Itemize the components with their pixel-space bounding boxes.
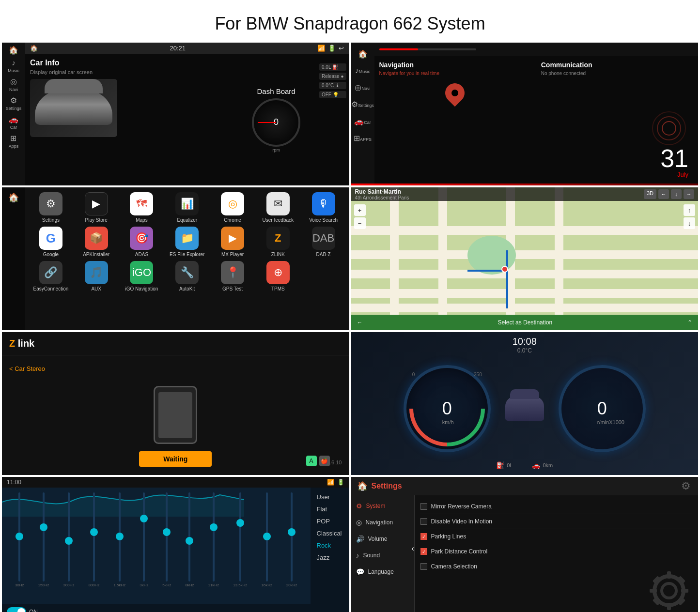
- collapse-arrow[interactable]: ‹: [412, 544, 414, 553]
- p2-car[interactable]: 🚗Car: [354, 117, 371, 126]
- toggle-switch[interactable]: [7, 607, 26, 612]
- app-playstore[interactable]: ▶Play Store: [76, 192, 117, 223]
- app-easyconn[interactable]: 🔗EasyConnection: [30, 261, 72, 291]
- eq-thumb-4[interactable]: [90, 528, 98, 536]
- eq-thumb-9[interactable]: [210, 523, 218, 531]
- btn-fwd-arrow[interactable]: →: [684, 189, 694, 199]
- app-settings[interactable]: ⚙Settings: [30, 192, 72, 223]
- eq-thumb-10[interactable]: [236, 519, 244, 527]
- app-aux[interactable]: 🎵AUX: [76, 261, 117, 291]
- menu-volume[interactable]: 🔊 Volume: [351, 531, 414, 547]
- app-maps[interactable]: 🗺Maps: [121, 192, 163, 223]
- app-google[interactable]: GGoogle: [30, 227, 72, 257]
- p2-home[interactable]: 🏠: [358, 49, 368, 59]
- p1-topbar: 🏠 20:21 📶🔋↩: [25, 43, 349, 54]
- sidebar-car[interactable]: 🚗Car: [9, 115, 18, 130]
- phone-frame: [154, 386, 197, 444]
- p2-music[interactable]: ♪Music: [355, 66, 371, 75]
- zlink-back-btn[interactable]: < Car Stereo: [2, 355, 349, 376]
- eq-label-9: 11kHz: [208, 583, 219, 587]
- btn-down-arrow[interactable]: ↓: [671, 189, 682, 199]
- settings-home-icon[interactable]: 🏠: [357, 481, 368, 491]
- sidebar-home[interactable]: 🏠: [9, 46, 18, 55]
- app-voice[interactable]: 🎙Voice Search: [303, 192, 344, 223]
- app-adas[interactable]: 🎯ADAS: [121, 227, 163, 257]
- sidebar-apps[interactable]: ⊞Apps: [9, 134, 19, 149]
- cb-park-distance[interactable]: ✓: [420, 548, 427, 555]
- back-btn[interactable]: ←: [357, 319, 363, 326]
- p2-apps[interactable]: ⊞APPS: [354, 134, 372, 143]
- menu-sound[interactable]: ♪ Sound: [351, 547, 414, 564]
- preset-flat[interactable]: Flat: [313, 504, 347, 515]
- eq-thumb-3[interactable]: [65, 537, 73, 545]
- map-zoom-controls: + −: [354, 204, 366, 229]
- read-release: Release ●: [319, 73, 346, 80]
- zoom-out-btn[interactable]: −: [354, 217, 366, 229]
- waiting-button[interactable]: Waiting: [139, 451, 212, 467]
- app-tpms[interactable]: ⊕TPMS: [257, 261, 299, 291]
- app-dab[interactable]: DABDAB-Z: [303, 227, 344, 257]
- speed-unit: km/h: [442, 419, 454, 425]
- sidebar-navi[interactable]: ◎Navi: [9, 77, 18, 92]
- map-down-btn[interactable]: ↓: [684, 217, 695, 229]
- panel-sound: 11:00 📶🔋 30Hz 150H: [2, 477, 349, 612]
- date-number: 31: [660, 146, 688, 171]
- app-files[interactable]: 📁ES File Explorer: [166, 227, 208, 257]
- rpm-display: 0 r/minX1000: [597, 398, 607, 419]
- preset-user[interactable]: User: [313, 491, 347, 503]
- eq-thumb-1[interactable]: [16, 533, 23, 540]
- eq-thumb-5[interactable]: [116, 533, 124, 540]
- sidebar-settings[interactable]: ⚙Settings: [6, 96, 22, 111]
- p7-topbar: 11:00 📶🔋: [2, 477, 349, 488]
- app-label-mxp: MX Player: [221, 252, 244, 257]
- cb-disable-video[interactable]: [420, 518, 427, 525]
- app-autokit[interactable]: 🔧AutoKit: [166, 261, 208, 291]
- svg-rect-4: [650, 589, 657, 593]
- menu-navigation[interactable]: ◎ Navigation: [351, 514, 414, 531]
- eq-thumb-8[interactable]: [186, 537, 193, 545]
- app-zlink[interactable]: ZZLINK: [257, 227, 299, 257]
- btn-3d[interactable]: 3D: [644, 189, 656, 199]
- preset-pop[interactable]: POP: [313, 516, 347, 527]
- menu-language[interactable]: 💬 Language: [351, 564, 414, 580]
- app-label-feedback: User feedback: [263, 217, 294, 223]
- preset-classical[interactable]: Classical: [313, 528, 347, 539]
- dash-readouts: 0.0L ⛽ Release ● 0.0°C 🌡 OFF 💡: [319, 63, 346, 98]
- menu-system[interactable]: ⚙ System: [351, 498, 414, 514]
- home-icon[interactable]: 🏠: [30, 45, 38, 52]
- btn-back-arrow[interactable]: ←: [658, 189, 669, 199]
- eq-thumb-6[interactable]: [140, 515, 148, 522]
- sidebar-music[interactable]: ♪Music: [8, 59, 19, 73]
- app-equalizer[interactable]: 📊Equalizer: [166, 192, 208, 223]
- eq-toggle[interactable]: ON: [7, 607, 38, 612]
- eq-thumb-12[interactable]: [288, 528, 296, 536]
- p3-home-icon[interactable]: 🏠: [8, 192, 19, 203]
- car-image: [30, 79, 117, 137]
- eq-thumb-11[interactable]: [263, 533, 271, 540]
- cb-mirror-camera[interactable]: [420, 503, 427, 510]
- p2-navi[interactable]: ◎Navi: [355, 83, 370, 92]
- map-up-btn[interactable]: ↑: [684, 204, 695, 216]
- app-feedback[interactable]: ✉User feedback: [257, 192, 299, 223]
- eq-thumb-7[interactable]: [163, 528, 171, 536]
- app-igo[interactable]: iGOiGO Navigation: [121, 261, 163, 291]
- app-gps[interactable]: 📍GPS Test: [212, 261, 253, 291]
- rpm-gauge: 0 r/minX1000: [559, 365, 646, 452]
- p7-time: 11:00: [7, 479, 21, 486]
- app-label-zlink: ZLINK: [271, 252, 285, 257]
- menu-sound-label: Sound: [363, 552, 380, 559]
- expand-btn[interactable]: ⌃: [687, 319, 692, 326]
- preset-rock[interactable]: Rock: [313, 540, 347, 551]
- zoom-in-btn[interactable]: +: [354, 204, 366, 216]
- eq-thumb-2[interactable]: [40, 523, 47, 531]
- app-chrome[interactable]: ◎Chrome: [212, 192, 253, 223]
- eq-track-9: [213, 492, 215, 581]
- eq-label-8: 8kHz: [185, 583, 194, 587]
- app-mxp[interactable]: ▶MX Player: [212, 227, 253, 257]
- cb-parking-lines[interactable]: ✓: [420, 533, 427, 540]
- cb-camera-selection[interactable]: [420, 563, 427, 570]
- app-apk[interactable]: 📦APKInstaller: [76, 227, 117, 257]
- p2-settings[interactable]: ⚙Settings: [351, 100, 374, 109]
- gauges-row: 0 km/h 250 0 0 r/minX1000: [404, 365, 646, 452]
- preset-jazz[interactable]: Jazz: [313, 552, 347, 563]
